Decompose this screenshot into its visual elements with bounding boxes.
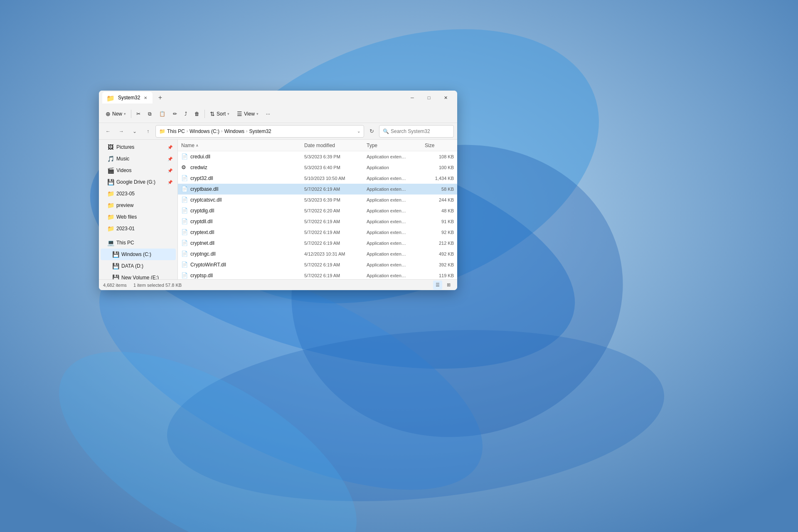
file-row[interactable]: 📄 cryptngc.dll 4/12/2023 10:31 AM Applic… — [178, 249, 457, 259]
file-name: cryptcatsvc.dll — [190, 197, 304, 203]
refresh-button[interactable]: ↻ — [366, 126, 377, 137]
file-icon: 📄 — [181, 218, 188, 225]
back-button[interactable]: ← — [102, 126, 114, 137]
file-type: Application exten… — [367, 154, 425, 159]
file-row[interactable]: 📄 cryptdlg.dll 5/7/2022 6:20 AM Applicat… — [178, 205, 457, 216]
sort-button[interactable]: ⇅ Sort ▾ — [207, 107, 233, 121]
2023-01-label: 2023-01 — [116, 226, 172, 232]
file-row[interactable]: 📄 cryptsp.dll 5/7/2022 6:19 AM Applicati… — [178, 270, 457, 279]
file-date: 5/7/2022 6:19 AM — [304, 262, 367, 267]
svg-point-6 — [27, 309, 389, 532]
col-header-size[interactable]: Size — [425, 143, 454, 148]
file-type: Application exten… — [367, 273, 425, 278]
file-icon: 📄 — [181, 229, 188, 236]
file-row[interactable]: 📄 cryptdll.dll 5/7/2022 6:19 AM Applicat… — [178, 216, 457, 227]
sidebar-item-windows-c[interactable]: 💾 Windows (C:) — [101, 249, 176, 260]
copy-icon: ⧉ — [148, 111, 152, 117]
col-header-date[interactable]: Date modified — [304, 143, 367, 148]
file-type: Application exten… — [367, 251, 425, 256]
active-tab[interactable]: 📁 System32 ✕ — [102, 92, 153, 103]
delete-button[interactable]: 🗑 — [191, 107, 203, 121]
new-button[interactable]: ⊕ New ▾ — [102, 107, 129, 121]
col-header-name[interactable]: Name ∧ — [181, 143, 304, 148]
sidebar-item-pictures[interactable]: 🖼 Pictures 📌 — [101, 141, 176, 153]
file-date: 5/3/2023 6:39 PM — [304, 197, 367, 202]
col-header-date-container: Date modified — [304, 143, 367, 148]
file-row[interactable]: 📄 cryptnet.dll 5/7/2022 6:19 AM Applicat… — [178, 238, 457, 249]
name-sort-arrow: ∧ — [196, 143, 199, 148]
windows-c-label: Windows (C:) — [121, 251, 172, 257]
file-icon: 📄 — [181, 153, 188, 160]
file-date: 5/10/2023 10:50 AM — [304, 176, 367, 181]
sidebar-item-google-drive-g[interactable]: 💾 Google Drive (G:) 📌 — [101, 176, 176, 188]
tab-close-button[interactable]: ✕ — [143, 95, 148, 101]
title-bar: 📁 System32 ✕ + ─ □ ✕ — [99, 91, 457, 105]
maximize-button[interactable]: □ — [421, 91, 437, 105]
sidebar-item-2023-05[interactable]: 📁 2023-05 — [101, 188, 176, 200]
google-drive-g-label: Google Drive (G:) — [116, 179, 165, 185]
file-name: cryptdlg.dll — [190, 208, 304, 214]
forward-button[interactable]: → — [116, 126, 127, 137]
file-type: Application exten… — [367, 241, 425, 246]
file-size: 58 KB — [425, 187, 454, 192]
paste-button[interactable]: 📋 — [156, 107, 169, 121]
share-button[interactable]: ⤴ — [181, 107, 190, 121]
sidebar-item-videos[interactable]: 🎬 Videos 📌 — [101, 165, 176, 176]
file-size: 212 KB — [425, 241, 454, 246]
sidebar-item-new-volume-e[interactable]: 💾 New Volume (E:) — [101, 272, 176, 279]
file-date: 5/7/2022 6:20 AM — [304, 208, 367, 213]
breadcrumb-system32[interactable]: System32 — [249, 128, 271, 134]
toolbar: ⊕ New ▾ ✂ ⧉ 📋 ✏ ⤴ 🗑 ⇅ Sort ▾ ☰ — [99, 105, 457, 123]
new-volume-e-icon: 💾 — [112, 274, 119, 279]
file-row[interactable]: ⚙ credwiz 5/3/2023 6:40 PM Application 1… — [178, 162, 457, 173]
file-row[interactable]: 📄 credui.dll 5/3/2023 6:39 PM Applicatio… — [178, 151, 457, 162]
file-type: Application exten… — [367, 176, 425, 181]
more-button[interactable]: ··· — [263, 107, 273, 121]
file-icon: 📄 — [181, 272, 188, 279]
sidebar: 🖼 Pictures 📌 🎵 Music 📌 🎬 Videos 📌 💾 Goog… — [99, 140, 178, 279]
list-view-button[interactable]: ☰ — [433, 281, 442, 290]
file-size: 119 KB — [425, 273, 454, 278]
cut-button[interactable]: ✂ — [133, 107, 144, 121]
file-date: 5/7/2022 6:19 AM — [304, 241, 367, 246]
minimize-button[interactable]: ─ — [404, 91, 421, 105]
tile-view-button[interactable]: ⊞ — [444, 281, 453, 290]
sidebar-item-music[interactable]: 🎵 Music 📌 — [101, 153, 176, 165]
sidebar-item-web-files[interactable]: 📁 Web files — [101, 211, 176, 223]
file-name: cryptdll.dll — [190, 219, 304, 224]
path-dropdown-arrow[interactable]: ⌄ — [357, 129, 360, 133]
col-header-type[interactable]: Type — [367, 143, 425, 148]
file-name: cryptbase.dll — [190, 186, 304, 192]
rename-button[interactable]: ✏ — [170, 107, 180, 121]
up-button[interactable]: ↑ — [142, 126, 154, 137]
view-toggle-buttons: ☰ ⊞ — [433, 281, 453, 290]
file-row[interactable]: 📄 CryptoWinRT.dll 5/7/2022 6:19 AM Appli… — [178, 259, 457, 270]
recent-button[interactable]: ⌄ — [129, 126, 140, 137]
breadcrumb-this-pc[interactable]: This PC — [167, 128, 185, 134]
close-button[interactable]: ✕ — [437, 91, 454, 105]
sidebar-item-preview[interactable]: 📁 preview — [101, 200, 176, 211]
new-label: New — [112, 111, 122, 117]
breadcrumb-windows-c[interactable]: Windows (C:) — [190, 128, 219, 134]
breadcrumb-windows[interactable]: Windows — [224, 128, 244, 134]
file-row[interactable]: 📄 cryptbase.dll 5/7/2022 6:19 AM Applica… — [178, 184, 457, 195]
sidebar-item-2023-01[interactable]: 📁 2023-01 — [101, 223, 176, 234]
file-row[interactable]: 📄 cryptcatsvc.dll 5/3/2023 6:39 PM Appli… — [178, 195, 457, 205]
path-folder-icon: 📁 — [159, 128, 165, 134]
copy-button[interactable]: ⧉ — [145, 107, 155, 121]
videos-icon: 🎬 — [107, 167, 114, 174]
file-size: 48 KB — [425, 208, 454, 213]
music-pin: 📌 — [167, 157, 172, 161]
file-row[interactable]: 📄 crypt32.dll 5/10/2023 10:50 AM Applica… — [178, 173, 457, 184]
selection-info: 1 item selected 57.8 KB — [133, 283, 182, 288]
file-size: 392 KB — [425, 262, 454, 267]
new-tab-button[interactable]: + — [154, 92, 166, 103]
sidebar-item-this-pc[interactable]: 💻 This PC — [101, 237, 176, 249]
address-path[interactable]: 📁 This PC › Windows (C:) › Windows › Sys… — [155, 125, 364, 138]
file-row[interactable]: 📄 cryptext.dll 5/7/2022 6:19 AM Applicat… — [178, 227, 457, 238]
pictures-label: Pictures — [116, 144, 165, 150]
sidebar-item-data-d[interactable]: 💾 DATA (D:) — [101, 260, 176, 272]
search-input[interactable] — [391, 128, 453, 134]
sort-label: Sort — [217, 111, 226, 117]
view-button[interactable]: ☰ View ▾ — [234, 107, 262, 121]
